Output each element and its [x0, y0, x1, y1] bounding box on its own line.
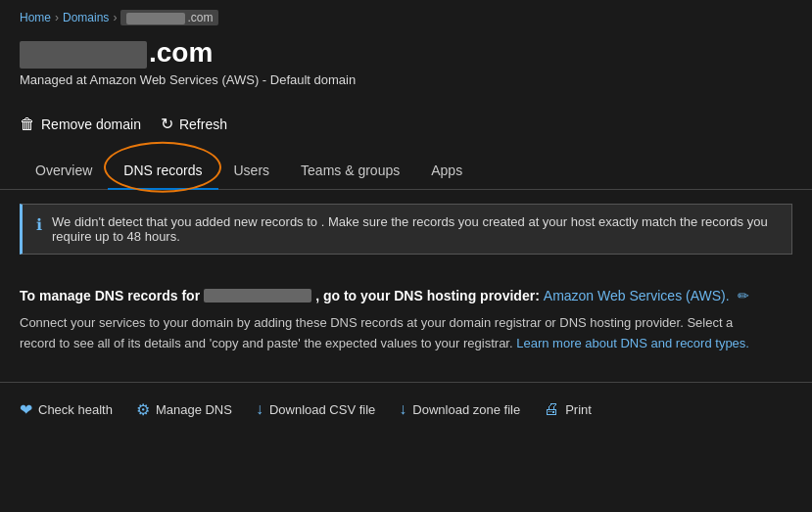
print-button[interactable]: 🖨 Print: [544, 396, 592, 422]
download-csv-button[interactable]: ↓ Download CSV file: [256, 396, 375, 422]
manage-dns-button[interactable]: ⚙ Manage DNS: [136, 396, 232, 423]
tab-apps[interactable]: Apps: [415, 153, 478, 190]
domain-title: .com: [20, 37, 792, 69]
trash-icon: 🗑: [20, 116, 35, 133]
dns-domain-blurred: [204, 289, 311, 303]
breadcrumb-sep-1: ›: [55, 11, 59, 24]
tab-users[interactable]: Users: [218, 153, 286, 190]
tab-dns-wrapper: DNS records: [108, 153, 217, 189]
action-bar: 🗑 Remove domain ↻ Refresh: [0, 111, 812, 153]
dns-description: Connect your services to your domain by …: [20, 313, 764, 354]
tab-overview[interactable]: Overview: [20, 153, 108, 190]
domain-blurred: [20, 41, 147, 69]
breadcrumb-current: .com: [120, 10, 218, 25]
remove-domain-button[interactable]: 🗑 Remove domain: [20, 112, 141, 137]
refresh-button[interactable]: ↻ Refresh: [161, 111, 227, 137]
managed-text: Managed at Amazon Web Services (AWS) - D…: [20, 72, 792, 87]
gear-icon: ⚙: [136, 400, 150, 419]
aws-provider-link[interactable]: Amazon Web Services (AWS).: [544, 288, 730, 303]
refresh-icon: ↻: [161, 115, 173, 133]
breadcrumb: Home › Domains › .com: [0, 0, 812, 33]
info-banner: ℹ We didn't detect that you added new re…: [20, 204, 792, 255]
tabs-bar: Overview DNS records Users Teams & group…: [0, 153, 812, 190]
check-health-button[interactable]: ❤ Check health: [20, 396, 113, 423]
heart-icon: ❤: [20, 400, 32, 419]
tab-dns-records[interactable]: DNS records: [108, 153, 217, 190]
breadcrumb-domains[interactable]: Domains: [63, 11, 109, 24]
page-header: .com Managed at Amazon Web Services (AWS…: [0, 33, 812, 111]
tab-teams-groups[interactable]: Teams & groups: [285, 153, 415, 190]
download-zone-icon: ↓: [399, 400, 406, 418]
download-zone-button[interactable]: ↓ Download zone file: [399, 396, 520, 422]
download-csv-icon: ↓: [256, 400, 263, 418]
breadcrumb-sep-2: ›: [113, 11, 117, 24]
learn-more-link[interactable]: Learn more about DNS and record types.: [516, 336, 749, 350]
edit-icon[interactable]: ✏: [738, 288, 749, 303]
info-icon: ℹ: [36, 215, 42, 244]
breadcrumb-home[interactable]: Home: [20, 11, 51, 24]
to-manage-prefix: To manage DNS records for: [20, 288, 200, 303]
dns-manage-line: To manage DNS records for , go to your D…: [20, 288, 792, 303]
print-icon: 🖨: [544, 400, 559, 418]
dns-manage-middle: , go to your DNS hosting provider:: [315, 288, 540, 303]
banner-text: We didn't detect that you added new reco…: [52, 214, 778, 244]
bottom-toolbar: ❤ Check health ⚙ Manage DNS ↓ Download C…: [0, 383, 812, 437]
dns-section: To manage DNS records for , go to your D…: [0, 268, 812, 364]
